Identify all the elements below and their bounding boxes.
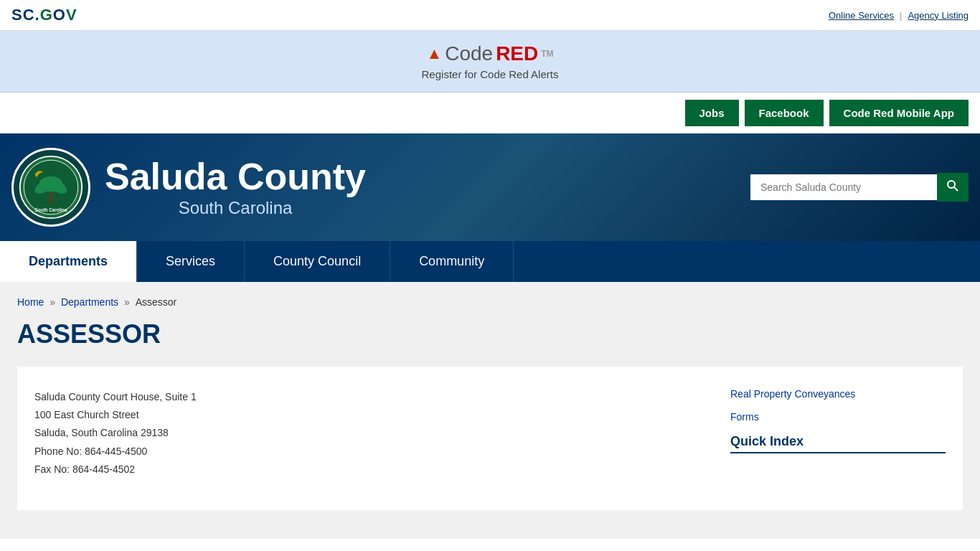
content-area: Home » Departments » Assessor ASSESSOR S… [0, 282, 980, 539]
nav-departments[interactable]: Departments [0, 241, 137, 282]
search-icon [947, 180, 958, 192]
right-column: Real Property Conveyances Forms Quick In… [730, 388, 946, 489]
county-title: Saluda County [105, 156, 366, 197]
top-bar: SC.GOV Online Services | Agency Listing [0, 0, 980, 31]
red-text: RED [496, 42, 538, 65]
address-phone: Phone No: 864-445-4500 [34, 443, 702, 461]
facebook-button[interactable]: Facebook [745, 100, 824, 126]
site-header: South Carolina Saluda County South Carol… [0, 133, 980, 241]
nav-community[interactable]: Community [390, 241, 514, 282]
agency-listing-link[interactable]: Agency Listing [908, 10, 969, 21]
svg-point-8 [948, 181, 955, 188]
quick-links-bar: Jobs Facebook Code Red Mobile App [0, 93, 980, 133]
code-red-mobile-button[interactable]: Code Red Mobile App [829, 100, 969, 126]
county-seal: South Carolina [11, 148, 90, 227]
top-links: Online Services | Agency Listing [829, 10, 969, 21]
search-input[interactable] [750, 174, 937, 200]
address-fax: Fax No: 864-445-4502 [34, 461, 702, 479]
code-text: Code [445, 42, 493, 65]
address-block: Saluda County Court House, Suite 1 100 E… [34, 388, 702, 479]
breadcrumb-departments[interactable]: Departments [61, 296, 118, 308]
nav-services[interactable]: Services [137, 241, 245, 282]
address-line3: Saluda, South Carolina 29138 [34, 424, 702, 442]
quick-index-title: Quick Index [730, 434, 946, 453]
nav-county-council[interactable]: County Council [245, 241, 390, 282]
breadcrumb-sep-2: » [124, 296, 133, 308]
search-button[interactable] [937, 173, 969, 202]
header-left: South Carolina Saluda County South Carol… [11, 148, 366, 227]
breadcrumb-home[interactable]: Home [17, 296, 44, 308]
breadcrumb: Home » Departments » Assessor [17, 296, 963, 308]
breadcrumb-sep-1: » [50, 296, 58, 308]
page-title: ASSESSOR [17, 319, 963, 349]
state-title: South Carolina [105, 198, 366, 218]
code-red-logo: ▲ CodeREDTM [426, 42, 553, 65]
online-services-link[interactable]: Online Services [829, 10, 894, 21]
jobs-button[interactable]: Jobs [685, 100, 739, 126]
code-red-subtitle: Register for Code Red Alerts [11, 68, 969, 80]
svg-line-9 [954, 187, 958, 191]
triangle-icon: ▲ [426, 44, 442, 63]
seal-svg: South Carolina [19, 155, 83, 220]
trademark: TM [541, 49, 553, 59]
search-box [750, 173, 969, 202]
left-column: Saluda County Court House, Suite 1 100 E… [34, 388, 702, 489]
main-nav: Departments Services County Council Comm… [0, 241, 980, 282]
breadcrumb-current: Assessor [136, 296, 177, 308]
sc-gov-logo: SC.GOV [11, 6, 77, 24]
county-name: Saluda County South Carolina [105, 156, 366, 217]
address-line2: 100 East Church Street [34, 406, 702, 424]
forms-link[interactable]: Forms [730, 411, 946, 423]
real-property-link[interactable]: Real Property Conveyances [730, 388, 946, 400]
code-red-banner: ▲ CodeREDTM Register for Code Red Alerts [0, 31, 980, 93]
address-line1: Saluda County Court House, Suite 1 [34, 388, 702, 406]
main-content: Saluda County Court House, Suite 1 100 E… [17, 367, 963, 510]
link-separator: | [900, 10, 902, 21]
svg-rect-2 [50, 191, 52, 205]
